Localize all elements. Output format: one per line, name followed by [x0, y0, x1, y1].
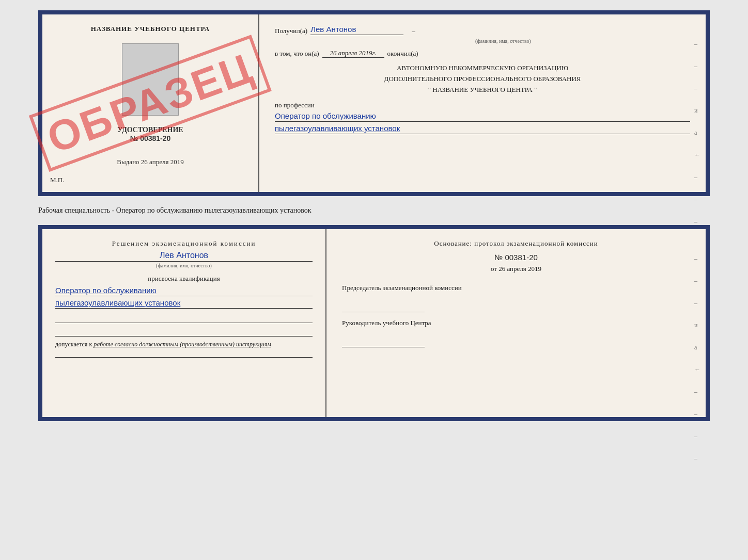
rukovoditel-block: Руководитель учебного Центра [342, 318, 690, 347]
brd4: и [694, 322, 700, 329]
cert-left: НАЗВАНИЕ УЧЕБНОГО ЦЕНТРА УДОСТОВЕРЕНИЕ №… [42, 14, 259, 192]
dash1: – [412, 27, 415, 35]
rd6: ← [694, 151, 700, 159]
osnovanie-text: Основание: протокол экзаменационной коми… [342, 239, 690, 248]
brd7: – [694, 388, 700, 396]
brd6: ← [694, 366, 700, 374]
predsedatel-line [342, 303, 425, 312]
bottom-name: Лев Антонов [55, 251, 313, 262]
cert-number: № 00381-20 [130, 134, 171, 142]
ot-date-val: 26 апреля 2019 [498, 265, 541, 273]
org-line1: АВТОНОМНУЮ НЕКОММЕРЧЕСКУЮ ОРГАНИЗАЦИЮ [275, 63, 690, 74]
blank-line1 [55, 314, 313, 323]
right-side-dashes-bottom: – – – и а ← – – – – [694, 229, 700, 462]
ot-prefix: от [491, 265, 497, 273]
predsedatel-block: Председатель экзаменационной комиссии [342, 283, 690, 312]
dopuskaetsya-row: допускается к работе согласно должностны… [55, 341, 313, 348]
ot-date: от 26 апреля 2019 [342, 265, 690, 273]
vydano-date: 26 апреля 2019 [141, 158, 184, 166]
vtom-label: в том, что он(а) [275, 50, 319, 58]
profession-line1: Оператор по обслуживанию [275, 111, 690, 122]
brd5: а [694, 344, 700, 351]
certificate-bottom: Решением экзаменационной комиссии Лев Ан… [38, 225, 710, 421]
predsedatel-title: Председатель экзаменационной комиссии [342, 283, 690, 293]
rukovoditel-title: Руководитель учебного Центра [342, 318, 690, 328]
protocol-number: № 00381-20 [342, 253, 690, 262]
bottom-left: Решением экзаменационной комиссии Лев Ан… [42, 229, 326, 417]
rd8: – [694, 196, 700, 203]
right-dashes: – – – и а ← – – – – [694, 14, 700, 248]
blank-line2 [55, 327, 313, 337]
resheniem-title: Решением экзаменационной комиссии [55, 239, 313, 248]
dopuskaetsya-suffix: работе согласно должностным (производств… [93, 341, 271, 348]
brd8: – [694, 410, 700, 418]
rd9: – [694, 218, 700, 226]
brd9: – [694, 433, 700, 440]
cert-right: Получил(а) Лев Антонов – (фамилия, имя, … [259, 14, 706, 192]
qual-line1: Оператор по обслуживанию [55, 286, 313, 296]
rd4: и [694, 107, 700, 115]
center-name-title: НАЗВАНИЕ УЧЕБНОГО ЦЕНТРА [91, 25, 210, 33]
brd10: – [694, 455, 700, 462]
dopuskaetsya-prefix: допускается к [55, 341, 92, 348]
received-row: Получил(а) Лев Антонов – [275, 25, 690, 35]
rd3: – [694, 85, 700, 92]
rd7: – [694, 173, 700, 181]
brd3: – [694, 299, 700, 307]
udostoverenie-text: УДОСТОВЕРЕНИЕ [117, 126, 183, 134]
bottom-right: Основание: протокол экзаменационной коми… [326, 229, 706, 417]
okonchil-label: окончил(а) [387, 50, 418, 58]
fio-sub-bottom: (фамилия, имя, отчество) [55, 263, 313, 268]
poluchil-label: Получил(а) [275, 27, 307, 35]
blank-line3 [55, 348, 313, 358]
rd2: – [694, 62, 700, 70]
certificate-top: НАЗВАНИЕ УЧЕБНОГО ЦЕНТРА УДОСТОВЕРЕНИЕ №… [38, 10, 710, 196]
photo-placeholder [122, 43, 179, 116]
brd1: – [694, 255, 700, 263]
prisvoena-label: присвоена квалификация [55, 275, 313, 283]
fio-subtitle-top: (фамилия, имя, отчество) [316, 38, 690, 44]
vtom-date: 26 апреля 2019г. [322, 49, 384, 58]
mp-text: М.П. [50, 176, 64, 184]
document-container: НАЗВАНИЕ УЧЕБНОГО ЦЕНТРА УДОСТОВЕРЕНИЕ №… [10, 10, 738, 421]
rukovoditel-line [342, 338, 425, 347]
vtom-row: в том, что он(а) 26 апреля 2019г. окончи… [275, 49, 690, 58]
brd2: – [694, 277, 700, 285]
rd1: – [694, 40, 700, 48]
poluchil-name: Лев Антонов [310, 25, 403, 35]
vydano-row: Выдано 26 апреля 2019 [117, 158, 183, 166]
rd5: а [694, 129, 700, 137]
qual-line2: пылегазоулавливающих установок [55, 298, 313, 309]
po-professii-label: по профессии [275, 101, 690, 109]
middle-text: Рабочая специальность - Оператор по обсл… [38, 202, 710, 219]
vydano-label: Выдано [117, 158, 139, 166]
org-line2: ДОПОЛНИТЕЛЬНОГО ПРОФЕССИОНАЛЬНОГО ОБРАЗО… [275, 74, 690, 85]
org-block: АВТОНОМНУЮ НЕКОММЕРЧЕСКУЮ ОРГАНИЗАЦИЮ ДО… [275, 63, 690, 95]
profession-line2: пылегазоулавливающих установок [275, 124, 690, 134]
org-name: " НАЗВАНИЕ УЧЕБНОГО ЦЕНТРА " [275, 85, 690, 95]
